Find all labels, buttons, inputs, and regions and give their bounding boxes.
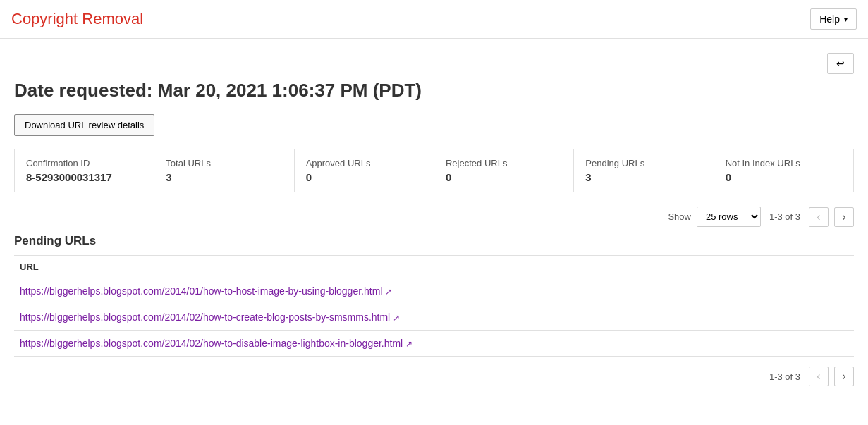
stat-label-total-urls: Total URLs (166, 158, 282, 168)
download-url-review-button[interactable]: Download URL review details (14, 114, 154, 136)
rows-per-page-select[interactable]: 25 rows 50 rows 100 rows (697, 207, 761, 227)
prev-page-button-bottom[interactable]: ‹ (809, 367, 829, 386)
stat-value-confirmation-id: 8-5293000031317 (26, 171, 142, 183)
external-link-icon: ↗ (405, 339, 412, 349)
app-title: Copyright Removal (11, 10, 143, 28)
stat-approved-urls: Approved URLs 0 (295, 149, 434, 192)
stat-label-confirmation-id: Confirmation ID (26, 158, 142, 168)
back-icon: ↩ (836, 58, 845, 69)
app-header: Copyright Removal Help ▾ (0, 0, 868, 39)
main-content: ↩ Date requested: Mar 20, 2021 1:06:37 P… (0, 39, 868, 400)
stat-label-approved-urls: Approved URLs (306, 158, 422, 168)
stat-label-not-in-index: Not In Index URLs (726, 158, 842, 168)
table-row: https://blggerhelps.blogspot.com/2014/01… (14, 278, 854, 304)
table-row: https://blggerhelps.blogspot.com/2014/02… (14, 304, 854, 331)
stat-confirmation-id: Confirmation ID 8-5293000031317 (15, 149, 154, 192)
stat-pending-urls: Pending URLs 3 (574, 149, 714, 192)
stat-label-pending-urls: Pending URLs (585, 158, 702, 168)
url-cell: https://blggerhelps.blogspot.com/2014/02… (14, 304, 854, 331)
url-table: URL https://blggerhelps.blogspot.com/201… (14, 255, 854, 357)
date-requested: Date requested: Mar 20, 2021 1:06:37 PM … (14, 80, 854, 101)
stat-label-rejected-urls: Rejected URLs (446, 158, 562, 168)
prev-page-button[interactable]: ‹ (809, 207, 829, 227)
help-button[interactable]: Help ▾ (810, 8, 857, 30)
stat-value-approved-urls: 0 (306, 171, 422, 183)
stat-not-in-index-urls: Not In Index URLs 0 (714, 149, 853, 192)
back-button[interactable]: ↩ (827, 53, 854, 74)
external-link-icon: ↗ (385, 287, 392, 297)
stat-value-rejected-urls: 0 (446, 171, 562, 183)
url-link[interactable]: https://blggerhelps.blogspot.com/2014/02… (20, 312, 390, 323)
stat-rejected-urls: Rejected URLs 0 (434, 149, 574, 192)
external-link-icon: ↗ (393, 313, 400, 323)
bottom-pagination: 1-3 of 3 ‹ › (14, 367, 854, 386)
pending-urls-section-title: Pending URLs (14, 234, 854, 248)
chevron-down-icon: ▾ (844, 16, 848, 23)
table-row: https://blggerhelps.blogspot.com/2014/02… (14, 331, 854, 357)
stat-value-total-urls: 3 (166, 171, 282, 183)
stat-total-urls: Total URLs 3 (154, 149, 294, 192)
stat-value-not-in-index: 0 (726, 171, 842, 183)
top-pagination: Show 25 rows 50 rows 100 rows 1-3 of 3 ‹… (14, 207, 854, 227)
stat-value-pending-urls: 3 (585, 171, 702, 183)
page-info-top: 1-3 of 3 (769, 211, 800, 222)
url-cell: https://blggerhelps.blogspot.com/2014/01… (14, 278, 854, 304)
stats-row: Confirmation ID 8-5293000031317 Total UR… (14, 149, 854, 192)
next-page-button-bottom[interactable]: › (834, 367, 854, 386)
page-info-bottom: 1-3 of 3 (769, 371, 800, 382)
url-link[interactable]: https://blggerhelps.blogspot.com/2014/01… (20, 285, 382, 297)
help-label: Help (819, 13, 840, 25)
show-label: Show (668, 211, 691, 222)
url-cell: https://blggerhelps.blogspot.com/2014/02… (14, 331, 854, 357)
url-column-header: URL (14, 256, 854, 278)
url-link[interactable]: https://blggerhelps.blogspot.com/2014/02… (20, 338, 403, 349)
back-row: ↩ (14, 53, 854, 74)
next-page-button[interactable]: › (834, 207, 854, 227)
